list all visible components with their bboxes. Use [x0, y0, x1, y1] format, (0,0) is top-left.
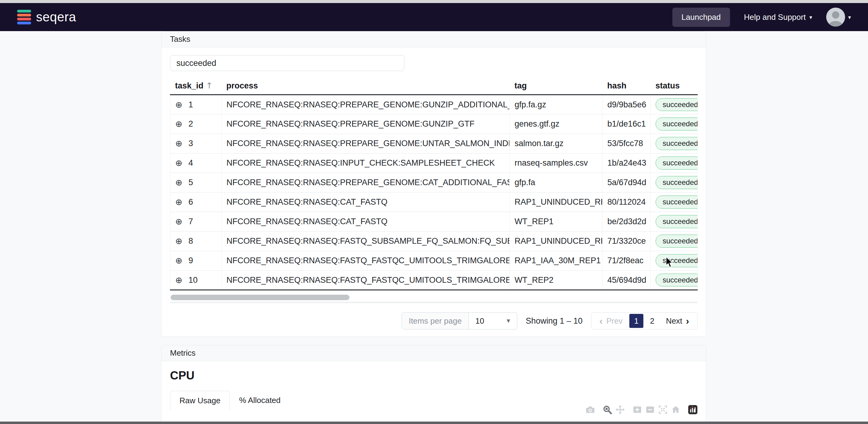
chevron-right-icon: ›: [686, 316, 689, 326]
top-navbar: seqera Launchpad Help and Support ▾ ▾: [0, 3, 868, 31]
metrics-card-header: Metrics: [161, 345, 706, 361]
status-cell: succeeded: [651, 134, 698, 154]
status-badge: succeeded: [656, 254, 698, 267]
tab-raw-usage[interactable]: Raw Usage: [170, 391, 230, 410]
status-badge: succeeded: [656, 137, 698, 150]
process-cell: NFCORE_RNASEQ:RNASEQ:PREPARE_GENOME:CAT_…: [222, 173, 510, 193]
cpu-section-title: CPU: [170, 369, 698, 382]
browser-edge-strip: [0, 0, 868, 3]
launchpad-button[interactable]: Launchpad: [672, 8, 730, 27]
zoom-icon[interactable]: [603, 405, 612, 414]
table-row[interactable]: ⊕6NFCORE_RNASEQ:RNASEQ:CAT_FASTQRAP1_UNI…: [170, 193, 698, 212]
hash-cell: b1/de16c1: [602, 115, 651, 134]
table-row[interactable]: ⊕3NFCORE_RNASEQ:RNASEQ:PREPARE_GENOME:UN…: [170, 134, 698, 154]
brand-name: seqera: [36, 10, 76, 24]
hash-cell: 53/5fcc78: [602, 134, 651, 154]
tag-cell: WT_REP2: [510, 270, 602, 290]
tag-cell: gfp.fa.gz: [510, 95, 602, 115]
task-id-cell: ⊕2: [170, 115, 222, 134]
column-header-tag[interactable]: tag: [510, 77, 602, 95]
task-id-cell: ⊕5: [170, 173, 222, 193]
status-cell: succeeded: [651, 251, 698, 270]
user-menu[interactable]: ▾: [826, 8, 851, 27]
table-row[interactable]: ⊕7NFCORE_RNASEQ:RNASEQ:CAT_FASTQWT_REP1b…: [170, 212, 698, 231]
expand-task-icon[interactable]: ⊕: [175, 100, 182, 110]
page-button-2[interactable]: 2: [645, 314, 659, 328]
hash-cell: d9/9ba5e6: [602, 95, 651, 115]
pager: ‹ Prev 12 Next ›: [591, 312, 698, 329]
table-row[interactable]: ⊕1NFCORE_RNASEQ:RNASEQ:PREPARE_GENOME:GU…: [170, 95, 698, 115]
table-row[interactable]: ⊕8NFCORE_RNASEQ:RNASEQ:FASTQ_SUBSAMPLE_F…: [170, 231, 698, 251]
plotly-logo-icon[interactable]: [688, 405, 698, 414]
status-badge: succeeded: [656, 176, 698, 189]
task-id-value: 3: [188, 139, 193, 148]
table-row[interactable]: ⊕9NFCORE_RNASEQ:RNASEQ:FASTQ_FASTQC_UMIT…: [170, 251, 698, 270]
status-badge: succeeded: [656, 157, 698, 169]
column-header-hash[interactable]: hash: [602, 77, 651, 95]
camera-icon[interactable]: [586, 405, 595, 414]
help-support-menu[interactable]: Help and Support ▾: [744, 12, 812, 22]
task-id-value: 10: [188, 275, 197, 285]
items-per-page-value: 10: [475, 316, 484, 326]
expand-task-icon[interactable]: ⊕: [175, 256, 182, 266]
status-badge: succeeded: [656, 235, 698, 248]
tag-cell: gfp.fa: [510, 173, 602, 193]
table-horizontal-scrollbar[interactable]: [170, 295, 698, 303]
prev-page-button[interactable]: ‹ Prev: [594, 316, 627, 326]
task-id-cell: ⊕7: [170, 212, 222, 231]
chevron-down-icon: ▾: [809, 14, 812, 21]
task-id-value: 9: [188, 256, 193, 265]
process-cell: NFCORE_RNASEQ:RNASEQ:FASTQ_FASTQC_UMITOO…: [222, 251, 510, 270]
column-header-status[interactable]: status: [651, 77, 698, 95]
status-cell: succeeded: [651, 212, 698, 231]
table-row[interactable]: ⊕4NFCORE_RNASEQ:RNASEQ:INPUT_CHECK:SAMPL…: [170, 154, 698, 173]
column-header-task_id[interactable]: task_id↑: [170, 77, 222, 95]
expand-task-icon[interactable]: ⊕: [175, 158, 182, 168]
expand-task-icon[interactable]: ⊕: [175, 236, 182, 246]
task-id-cell: ⊕3: [170, 134, 222, 154]
tab-allocated[interactable]: % Allocated: [230, 391, 290, 410]
zoom-out-icon[interactable]: [646, 405, 655, 414]
process-cell: NFCORE_RNASEQ:RNASEQ:PREPARE_GENOME:GUNZ…: [222, 115, 510, 134]
task-id-cell: ⊕8: [170, 231, 222, 251]
items-per-page-select[interactable]: 10 ▼: [469, 313, 517, 329]
logo-bar: [17, 22, 31, 24]
chevron-down-icon: ▾: [848, 14, 851, 21]
expand-task-icon[interactable]: ⊕: [175, 138, 182, 149]
help-support-label: Help and Support: [744, 12, 806, 22]
table-row[interactable]: ⊕2NFCORE_RNASEQ:RNASEQ:PREPARE_GENOME:GU…: [170, 115, 698, 134]
expand-task-icon[interactable]: ⊕: [175, 119, 182, 129]
scrollbar-track: [170, 302, 698, 303]
column-header-process[interactable]: process: [222, 77, 510, 95]
expand-task-icon[interactable]: ⊕: [175, 275, 182, 285]
hash-cell: 45/694d9d: [602, 270, 651, 290]
process-cell: NFCORE_RNASEQ:RNASEQ:PREPARE_GENOME:GUNZ…: [222, 95, 510, 115]
chevron-left-icon: ‹: [599, 316, 603, 326]
table-row[interactable]: ⊕10NFCORE_RNASEQ:RNASEQ:FASTQ_FASTQC_UMI…: [170, 270, 698, 290]
task-id-value: 1: [188, 100, 193, 109]
pan-icon[interactable]: [616, 405, 625, 414]
table-row[interactable]: ⊕5NFCORE_RNASEQ:RNASEQ:PREPARE_GENOME:CA…: [170, 173, 698, 193]
zoom-in-icon[interactable]: [633, 405, 642, 414]
status-cell: succeeded: [651, 154, 698, 173]
next-page-button[interactable]: Next ›: [661, 316, 694, 326]
task-id-cell: ⊕4: [170, 154, 222, 173]
expand-task-icon[interactable]: ⊕: [175, 217, 182, 227]
reset-axes-icon[interactable]: [671, 405, 680, 414]
task-search-input[interactable]: [170, 55, 404, 71]
process-cell: NFCORE_RNASEQ:RNASEQ:CAT_FASTQ: [222, 212, 510, 231]
expand-task-icon[interactable]: ⊕: [175, 177, 182, 188]
scrollbar-thumb[interactable]: [170, 295, 349, 300]
task-id-cell: ⊕6: [170, 193, 222, 212]
status-cell: succeeded: [651, 193, 698, 212]
page-button-1[interactable]: 1: [629, 314, 643, 328]
process-cell: NFCORE_RNASEQ:RNASEQ:PREPARE_GENOME:UNTA…: [222, 134, 510, 154]
metrics-title: Metrics: [170, 348, 196, 358]
hash-cell: 5a/67d94d: [602, 173, 651, 193]
hash-cell: be/2d3d2d: [602, 212, 651, 231]
chevron-down-icon: ▼: [507, 318, 510, 324]
expand-task-icon[interactable]: ⊕: [175, 197, 182, 207]
task-id-value: 7: [188, 217, 193, 226]
autoscale-icon[interactable]: [658, 405, 668, 414]
seqera-brand[interactable]: seqera: [17, 10, 76, 24]
